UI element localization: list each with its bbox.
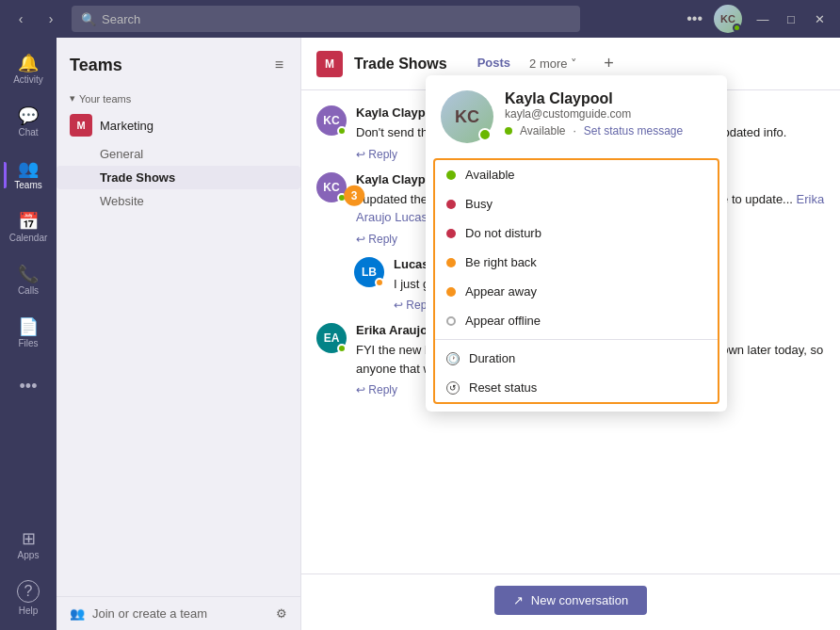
channel-item-general[interactable]: General	[57, 142, 300, 166]
status-item-busy[interactable]: Busy	[435, 189, 718, 218]
reset-icon: ↺	[446, 381, 460, 395]
profile-status-indicator	[478, 128, 492, 141]
avatar: KC	[316, 105, 347, 136]
step-badge: 3	[344, 185, 364, 205]
apps-icon: ⊞	[22, 530, 36, 547]
profile-status-text: Available	[520, 124, 565, 137]
avatar: LB	[354, 257, 384, 287]
join-team-label: Join or create a team	[92, 606, 207, 621]
sidebar-spacer	[57, 217, 300, 596]
status-label-brb: Be right back	[465, 255, 537, 269]
your-teams-label: Your teams	[79, 93, 131, 105]
profile-email: kayla@customguide.com	[505, 107, 712, 121]
sidebar-menu-button[interactable]: ≡	[271, 53, 287, 77]
activity-icon: 🔔	[18, 55, 39, 72]
nav-rail: 🔔 Activity 💬 Chat 👥 Teams 📅 Calendar 📞 C…	[0, 38, 57, 630]
divider-dot: ·	[573, 124, 575, 137]
status-label-dnd: Do not disturb	[465, 226, 541, 240]
status-dot	[375, 278, 384, 287]
team-avatar-marketing: M	[70, 114, 92, 137]
team-item-marketing[interactable]: M Marketing •••	[57, 108, 300, 142]
team-name-marketing: Marketing	[100, 119, 266, 133]
nav-item-calendar[interactable]: 📅 Calendar	[4, 203, 53, 252]
status-dropdown: Available Busy Do not disturb Be right b…	[433, 158, 719, 404]
profile-popup: KC Kayla Claypool kayla@customguide.com …	[426, 75, 727, 412]
profile-name: Kayla Claypool	[505, 90, 712, 107]
status-item-available[interactable]: Available	[435, 160, 718, 189]
status-label-duration: Duration	[469, 351, 515, 365]
channel-item-tradeshows[interactable]: Trade Shows	[57, 166, 300, 189]
minimize-button[interactable]: —	[750, 6, 776, 32]
profile-header: KC Kayla Claypool kayla@customguide.com …	[426, 75, 727, 158]
chevron-down-icon: ▾	[70, 92, 75, 105]
nav-item-more[interactable]: •••	[4, 362, 53, 411]
status-dot	[337, 344, 347, 353]
titlebar: ‹ › 🔍 ••• KC — □ ✕	[0, 0, 840, 38]
nav-item-activity[interactable]: 🔔 Activity	[4, 45, 53, 94]
titlebar-right: ••• KC — □ ✕	[683, 5, 832, 33]
back-button[interactable]: ‹	[8, 6, 34, 32]
more-button[interactable]: •••	[683, 7, 706, 31]
search-input[interactable]	[102, 12, 571, 26]
settings-icon[interactable]: ⚙	[276, 606, 287, 621]
nav-item-apps[interactable]: ⊞ Apps	[4, 521, 53, 570]
nav-item-calls[interactable]: 📞 Calls	[4, 256, 53, 305]
nav-label-chat: Chat	[18, 127, 38, 137]
status-label-away: Appear away	[465, 284, 537, 299]
files-icon: 📄	[18, 318, 39, 335]
compose-icon: ↗	[513, 593, 524, 607]
status-item-reset[interactable]: ↺ Reset status	[435, 373, 718, 402]
nav-label-help: Help	[19, 606, 39, 616]
status-item-offline[interactable]: Appear offline	[435, 306, 718, 335]
search-bar[interactable]: 🔍	[72, 6, 580, 32]
status-divider	[435, 339, 718, 340]
clock-icon: 🕐	[446, 352, 460, 365]
join-team-icon: 👥	[70, 606, 85, 621]
search-icon: 🔍	[81, 12, 96, 26]
main-layout: 🔔 Activity 💬 Chat 👥 Teams 📅 Calendar 📞 C…	[0, 38, 840, 630]
nav-item-teams[interactable]: 👥 Teams	[4, 151, 53, 200]
status-label-available: Available	[465, 168, 515, 182]
brb-dot	[446, 258, 456, 267]
window-controls: — □ ✕	[750, 6, 832, 32]
calendar-icon: 📅	[18, 213, 39, 230]
nav-buttons: ‹ ›	[8, 6, 64, 32]
profile-status-row: Available · Set status message	[505, 124, 712, 137]
status-label-busy: Busy	[465, 197, 493, 211]
sidebar-header: Teams ≡	[57, 38, 300, 85]
status-item-away[interactable]: Appear away	[435, 277, 718, 306]
profile-large-avatar: KC	[441, 90, 493, 143]
teams-icon: 👥	[18, 160, 39, 177]
sidebar: Teams ≡ ▾ Your teams M Marketing ••• Gen…	[57, 38, 301, 630]
avatar-status-dot	[733, 24, 741, 32]
profile-status-dot	[505, 127, 512, 135]
maximize-button[interactable]: □	[778, 6, 804, 32]
busy-dot	[446, 200, 456, 209]
more-icon: •••	[20, 378, 38, 395]
nav-item-help[interactable]: ? Help	[4, 573, 53, 622]
status-item-dnd[interactable]: Do not disturb	[435, 218, 718, 248]
status-item-brb[interactable]: Be right back	[435, 248, 718, 277]
nav-label-files: Files	[18, 338, 38, 348]
status-item-duration[interactable]: 🕐 Duration	[435, 344, 718, 373]
offline-dot	[446, 316, 456, 326]
nav-item-files[interactable]: 📄 Files	[4, 309, 53, 358]
new-conversation-button[interactable]: ↗ New conversation	[494, 586, 647, 615]
channel-avatar: M	[316, 51, 343, 77]
close-button[interactable]: ✕	[806, 6, 832, 32]
status-label-reset: Reset status	[469, 380, 537, 395]
channel-item-website[interactable]: Website	[57, 189, 300, 213]
your-teams-header[interactable]: ▾ Your teams	[57, 89, 300, 108]
avatar: KC 3	[316, 172, 347, 202]
sidebar-footer[interactable]: 👥 Join or create a team ⚙	[57, 596, 300, 630]
nav-label-calendar: Calendar	[9, 233, 48, 243]
nav-item-chat[interactable]: 💬 Chat	[4, 98, 53, 147]
available-dot	[446, 170, 456, 180]
set-status-message-link[interactable]: Set status message	[584, 124, 683, 137]
chat-icon: 💬	[18, 107, 39, 124]
forward-button[interactable]: ›	[38, 6, 64, 32]
compose-label: New conversation	[531, 593, 628, 607]
user-avatar-container[interactable]: KC	[714, 5, 742, 33]
nav-label-calls: Calls	[18, 285, 39, 296]
calls-icon: 📞	[18, 266, 39, 283]
